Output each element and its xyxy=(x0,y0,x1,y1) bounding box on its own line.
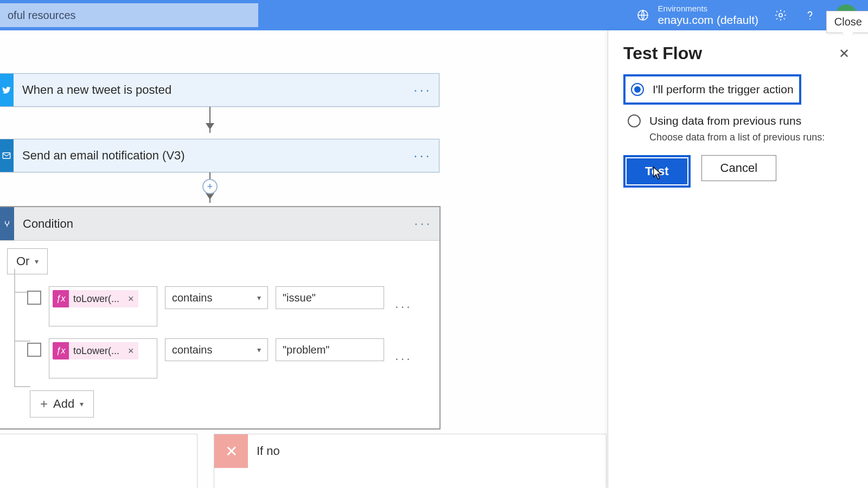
mail-icon xyxy=(0,139,14,172)
globe-icon xyxy=(636,8,650,22)
branch-if-yes[interactable]: ✓ xyxy=(0,434,197,488)
app-header: Environments enayu.com (default) Close xyxy=(0,0,868,30)
value-input[interactable] xyxy=(276,286,384,309)
group-operator-dropdown[interactable]: Or ▾ xyxy=(7,248,48,274)
radio-subtext: Choose data from a list of previous runs… xyxy=(649,132,853,143)
expression-field[interactable]: ƒx toLower(... × xyxy=(49,338,157,378)
radio-label: Using data from previous runs xyxy=(649,114,801,127)
radio-icon xyxy=(628,114,641,127)
tree-line xyxy=(14,269,15,387)
step-menu[interactable]: ··· xyxy=(406,74,439,106)
fx-icon: ƒx xyxy=(53,342,69,359)
step-menu[interactable]: ··· xyxy=(407,207,439,240)
cancel-button-label: Cancel xyxy=(720,161,757,175)
value-input[interactable] xyxy=(276,338,384,361)
step-send-email[interactable]: Send an email notification (V3) ··· xyxy=(0,139,439,172)
operator-dropdown[interactable]: contains ▾ xyxy=(165,338,268,361)
fx-icon: ƒx xyxy=(53,290,69,307)
operator-label: contains xyxy=(172,344,213,356)
environment-label: Environments xyxy=(658,4,758,13)
add-step-button[interactable]: + xyxy=(202,179,218,194)
chevron-down-icon: ▾ xyxy=(257,345,261,354)
tree-line xyxy=(14,386,30,387)
header-right: Environments enayu.com (default) xyxy=(636,4,857,26)
help-icon[interactable] xyxy=(803,8,817,22)
row-checkbox[interactable] xyxy=(27,291,41,305)
step-condition[interactable]: Condition ··· Or ▾ ƒx toLower(... × xyxy=(0,206,441,429)
condition-title: Condition xyxy=(14,217,407,231)
condition-header[interactable]: Condition ··· xyxy=(0,207,439,241)
remove-token-icon[interactable]: × xyxy=(124,293,138,305)
svg-point-1 xyxy=(779,14,782,17)
step-title: When a new tweet is posted xyxy=(14,83,406,97)
close-icon[interactable]: ✕ xyxy=(835,45,853,62)
row-menu[interactable]: ··· xyxy=(395,351,412,366)
condition-row: ƒx toLower(... × contains ▾ ··· xyxy=(27,286,435,326)
radio-icon xyxy=(631,83,644,96)
condition-body: Or ▾ ƒx toLower(... × contains xyxy=(0,241,439,428)
operator-dropdown[interactable]: contains ▾ xyxy=(165,286,268,309)
chevron-down-icon: ▾ xyxy=(35,257,39,266)
step-title: Send an email notification (V3) xyxy=(14,149,406,163)
condition-icon xyxy=(0,207,14,240)
fx-label: toLower(... xyxy=(69,293,124,305)
branch-if-no[interactable]: ✕ If no xyxy=(214,434,607,488)
expression-field[interactable]: ƒx toLower(... × xyxy=(49,286,157,326)
radio-label: I'll perform the trigger action xyxy=(653,83,794,96)
panel-title: Test Flow xyxy=(623,43,702,63)
radio-previous-runs[interactable]: Using data from previous runs xyxy=(623,109,853,133)
step-menu[interactable]: ··· xyxy=(406,139,439,172)
cancel-button[interactable]: Cancel xyxy=(701,155,776,181)
close-tooltip: Close xyxy=(826,11,868,33)
chevron-down-icon: ▾ xyxy=(257,293,261,302)
search-input[interactable] xyxy=(0,3,258,27)
fx-token: ƒx toLower(... × xyxy=(53,342,138,359)
svg-point-2 xyxy=(809,18,810,20)
test-flow-panel: Test Flow ✕ I'll perform the trigger act… xyxy=(608,30,868,488)
row-checkbox[interactable] xyxy=(27,343,41,357)
environment-picker[interactable]: Environments enayu.com (default) xyxy=(636,4,758,26)
environment-name: enayu.com (default) xyxy=(658,14,758,27)
plus-icon: + xyxy=(40,396,48,412)
operator-label: contains xyxy=(172,292,213,304)
add-label: Add xyxy=(53,397,74,411)
connector-arrow xyxy=(209,107,210,133)
fx-label: toLower(... xyxy=(69,345,124,357)
close-icon: ✕ xyxy=(214,434,248,468)
chevron-down-icon: ▾ xyxy=(80,400,84,408)
radio-perform-trigger[interactable]: I'll perform the trigger action xyxy=(627,78,798,101)
remove-token-icon[interactable]: × xyxy=(124,345,138,357)
test-button[interactable]: Test xyxy=(627,158,687,184)
branch-title: If no xyxy=(248,444,289,458)
fx-token: ƒx toLower(... × xyxy=(53,290,138,307)
test-button-label: Test xyxy=(645,164,669,178)
gear-icon[interactable] xyxy=(774,8,788,22)
group-operator-label: Or xyxy=(16,254,29,268)
row-menu[interactable]: ··· xyxy=(395,299,412,314)
condition-row: ƒx toLower(... × contains ▾ ··· xyxy=(27,338,435,378)
add-condition-button[interactable]: + Add ▾ xyxy=(30,390,94,418)
step-trigger-tweet[interactable]: When a new tweet is posted ··· xyxy=(0,73,439,107)
twitter-icon xyxy=(0,74,14,106)
